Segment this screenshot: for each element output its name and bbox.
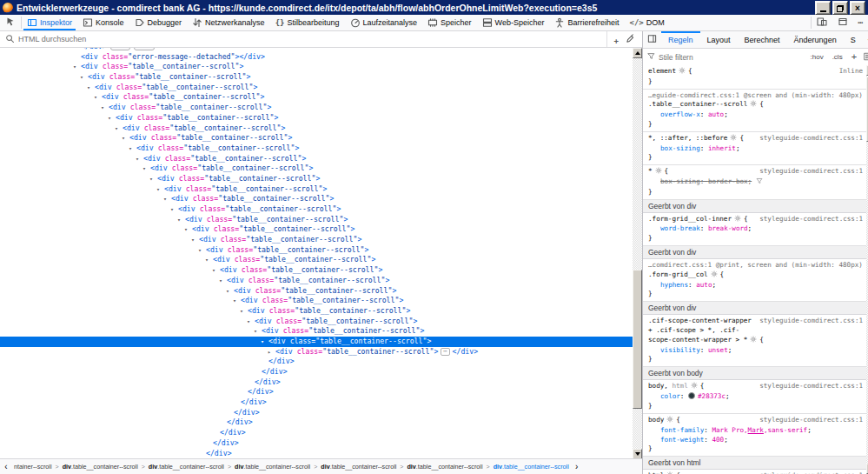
tree-row[interactable]: ▾<div class="table__container--scroll"> xyxy=(0,144,633,154)
tree-row[interactable]: ▾<div class="table__container--scroll"> xyxy=(0,83,633,93)
tree-row[interactable]: ▾<div class="table__container--scroll"> xyxy=(0,72,633,83)
tree-row[interactable]: ▾<div class="table__container--scroll"> xyxy=(0,194,633,204)
tree-row[interactable]: ▾<div class="table__container--scroll"> xyxy=(0,154,633,164)
tree-row[interactable]: ▾<div class="table__container--scroll"> xyxy=(0,103,633,113)
tab-inspektor[interactable]: Inspektor xyxy=(22,15,77,30)
color-swatch-icon[interactable] xyxy=(688,392,695,399)
collapse-arrow-icon[interactable]: ▾ xyxy=(149,175,157,185)
tree-row[interactable]: <div class="error-message--detached"></d… xyxy=(0,52,633,63)
tree-row[interactable]: ▾<div class="table__container--scroll"> xyxy=(0,255,633,265)
eyedropper-icon[interactable] xyxy=(626,31,635,47)
tree-row[interactable]: ▾<div class="table__container--scroll"> xyxy=(0,276,633,286)
tree-row[interactable]: </div> xyxy=(0,438,633,449)
gear-icon[interactable] xyxy=(655,167,662,177)
plus-icon[interactable]: + xyxy=(614,31,619,47)
tab-barrierefreiheit[interactable]: Barrierefreiheit xyxy=(549,15,624,30)
tree-row[interactable]: ▾<div class="table__container--scroll"> xyxy=(0,317,633,327)
collapse-arrow-icon[interactable]: ▾ xyxy=(170,205,178,216)
tree-row[interactable]: ▾<div class="table__container--scroll"> xyxy=(0,62,633,72)
tree-row[interactable]: ▾<div class="table__container--scroll"> xyxy=(0,133,633,144)
rule-selector[interactable]: .form-grid__col{ xyxy=(648,270,863,281)
tree-row[interactable]: </div> xyxy=(0,357,633,367)
breadcrumb-item[interactable]: div.table__container--scroll xyxy=(405,463,484,471)
tree-row[interactable]: </div> xyxy=(0,367,633,377)
breadcrumb-item[interactable]: div.table__container--scroll xyxy=(319,463,398,471)
tree-row[interactable]: ▾<div class="table__container--scroll"> xyxy=(0,174,633,184)
css-declaration[interactable]: visibility: unset; xyxy=(648,346,863,356)
stylesheet-source-link[interactable]: styleguide-comdirect.css:1 xyxy=(759,215,863,224)
restore-button[interactable] xyxy=(832,1,848,15)
tree-row[interactable]: ▾<div class="table__container--scroll"> xyxy=(0,164,633,174)
tree-row[interactable]: ▾<div class="table__container--scroll"> xyxy=(0,296,633,306)
gear-icon[interactable] xyxy=(734,215,741,225)
style-filter-input[interactable]: Stile filtern xyxy=(659,53,805,62)
breadcrumb-scroll-left[interactable]: ‹ xyxy=(0,460,12,473)
stylesheet-source-link[interactable]: styleguide-comdirect.css:1 xyxy=(759,134,863,144)
overridden-filter-icon[interactable] xyxy=(756,177,763,188)
sidebar-tab-berechnet[interactable]: Berechnet xyxy=(738,31,787,48)
gear-icon[interactable] xyxy=(750,336,757,346)
responsive-mode-icon[interactable] xyxy=(812,15,832,30)
sheet-icon[interactable] xyxy=(863,52,868,63)
rule-selector[interactable]: styleguide-comdirect.css:1.form-grid__co… xyxy=(648,215,863,225)
element-picker-icon[interactable] xyxy=(0,15,21,30)
tree-row[interactable]: </div> xyxy=(0,449,633,459)
collapse-arrow-icon[interactable]: ▾ xyxy=(219,277,227,287)
sidebar-tab-s[interactable]: S xyxy=(844,31,863,48)
media-query-line[interactable]: …comdirect.css:1 @print, screen and (min… xyxy=(648,261,863,270)
css-declaration[interactable]: word-break: break-word; xyxy=(648,224,863,234)
breadcrumb-item[interactable]: div.table__container--scroll xyxy=(147,463,226,471)
tree-row[interactable]: ▾<div class="table__container--scroll"> xyxy=(0,245,633,256)
breadcrumb-item[interactable]: div.table__container--scroll xyxy=(61,463,140,471)
sidebar-tab-änderungen[interactable]: Änderungen xyxy=(787,31,844,48)
collapse-arrow-icon[interactable]: ▾ xyxy=(129,144,136,155)
class-toggle-button[interactable]: .cls xyxy=(830,53,845,61)
css-declaration[interactable]: overflow-x: auto; xyxy=(648,110,863,120)
tree-row[interactable]: </div> xyxy=(0,397,633,408)
tree-row[interactable]: ▾<div class="table__container--scroll"> xyxy=(0,235,633,245)
stylesheet-source-link[interactable]: styleguide-comdirect.css:1 xyxy=(759,416,863,425)
sidebar-tab-layout[interactable]: Layout xyxy=(700,31,738,48)
gear-icon[interactable] xyxy=(679,67,686,77)
gear-icon[interactable] xyxy=(666,416,673,426)
scroll-up-button[interactable] xyxy=(633,48,642,58)
pseudo-class-button[interactable]: :hov xyxy=(808,53,826,61)
tree-row[interactable]: </div> xyxy=(0,377,633,388)
media-query-line[interactable]: …eguide-comdirect.css:1 @screen and (min… xyxy=(648,91,863,101)
tree-row[interactable]: </div> xyxy=(0,428,633,438)
element-badge[interactable]: event xyxy=(110,48,131,50)
rule-selector[interactable]: Inlineelement{ xyxy=(648,67,863,77)
rule-selector[interactable]: styleguide-comdirect.css:1.cif-scope-con… xyxy=(648,317,863,326)
add-rule-button[interactable]: + xyxy=(849,52,859,62)
gear-icon[interactable] xyxy=(750,100,757,110)
tree-row[interactable]: ▾<div class="table__container--scroll"> xyxy=(0,184,633,195)
caret-down-icon[interactable]: ▾ xyxy=(863,31,868,48)
tree-row[interactable]: ▾<div class="table__container--scroll"> xyxy=(0,224,633,235)
rule-selector[interactable]: + .cif-scope > *, .cif- xyxy=(648,326,863,336)
collapse-arrow-icon[interactable]: ▾ xyxy=(240,307,248,317)
element-badge[interactable]: scroll xyxy=(134,48,154,50)
breadcrumb-item[interactable]: ntainer--scroll xyxy=(12,463,54,471)
collapsed-content-ellipsis[interactable]: ⋯ xyxy=(441,348,449,356)
tree-row-selected[interactable]: ▾<div class="table__container--scroll"> xyxy=(0,337,633,347)
markup-tree[interactable]: </div>eventscroll <div class="error-mess… xyxy=(0,48,633,459)
breadcrumb-item[interactable]: div.table__container--scroll xyxy=(233,463,312,471)
html-search-input[interactable]: HTML durchsuchen xyxy=(0,34,606,45)
gear-icon[interactable] xyxy=(730,134,737,144)
scroll-thumb[interactable] xyxy=(633,270,642,409)
gear-icon[interactable] xyxy=(711,270,718,281)
rule-selector[interactable]: .table__container--scroll{ xyxy=(648,100,863,110)
separate-window-icon[interactable] xyxy=(832,15,853,30)
css-declaration[interactable]: font-weight: 400; xyxy=(648,436,863,445)
rule-selector[interactable]: styleguide-comdirect.css:1*, ::after, ::… xyxy=(648,134,863,144)
markup-scrollbar[interactable] xyxy=(633,48,642,459)
close-button[interactable]: × xyxy=(850,1,865,15)
collapse-arrow-icon[interactable]: ▾ xyxy=(261,337,268,348)
tree-row[interactable]: ▾<div class="table__container--scroll"> xyxy=(0,306,633,317)
tab-dom[interactable]: </>DOM xyxy=(625,15,670,30)
tab-speicher[interactable]: Speicher xyxy=(422,15,477,30)
meatball-menu-icon[interactable]: ⋯ xyxy=(853,15,868,30)
tree-row[interactable]: ▾<div class="table__container--scroll"> xyxy=(0,215,633,225)
breadcrumb-scroll-right[interactable]: › xyxy=(571,460,583,473)
tree-row[interactable]: </div> xyxy=(0,417,633,428)
